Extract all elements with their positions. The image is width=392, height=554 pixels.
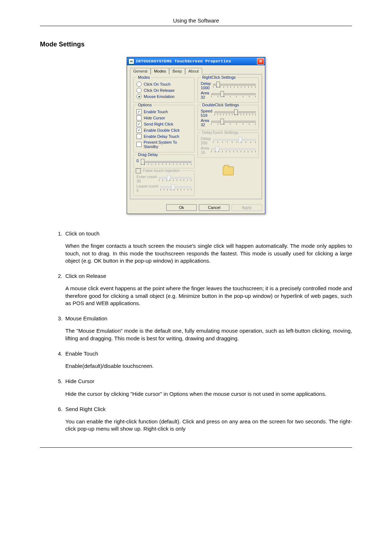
titlebar: IR IRTOUCHSYSTEMS TouchScreen Properties… bbox=[127, 57, 265, 65]
doubleclick-test-folder[interactable] bbox=[197, 167, 259, 175]
rightclick-area-slider[interactable] bbox=[211, 91, 256, 97]
rightclick-area-value: 32 bbox=[201, 95, 209, 99]
list-item: Enable Touch Enable(default)/disable tou… bbox=[65, 350, 352, 370]
tab-strip: General Modes Beep About bbox=[127, 65, 265, 74]
leave-count-value: 5 bbox=[136, 188, 158, 193]
tab-modes[interactable]: Modes bbox=[151, 68, 169, 74]
group-drag-delay-legend: Drag Delay bbox=[136, 152, 159, 157]
section-title: Mode Settings bbox=[40, 41, 352, 48]
item-body: When the finger contacts a touch screen … bbox=[65, 242, 352, 264]
checkbox-icon bbox=[136, 122, 142, 127]
apply-button: Apply bbox=[232, 204, 262, 211]
window-title: IRTOUCHSYSTEMS TouchScreen Properties bbox=[136, 59, 231, 63]
tab-page-modes: Modes Click On Touch Click On Release bbox=[130, 74, 262, 199]
checkbox-icon bbox=[136, 109, 142, 114]
close-icon[interactable]: ✕ bbox=[257, 58, 264, 65]
list-item: Mouse Emulation The "Mouse Emulation" mo… bbox=[65, 315, 352, 342]
group-false-touch: False touch rejection Enter count 30 bbox=[133, 171, 195, 196]
app-icon: IR bbox=[128, 58, 134, 64]
doubleclick-area-value: 32 bbox=[201, 123, 209, 127]
group-delaytouch-legend: DelayTouch Settings bbox=[201, 130, 240, 135]
item-body: A mouse click event happens at the point… bbox=[65, 285, 352, 307]
footer-rule bbox=[40, 447, 352, 448]
doubleclick-speed-value: 518 bbox=[201, 113, 212, 118]
list-item: Click on Release A mouse click event hap… bbox=[65, 272, 352, 307]
delaytouch-area-label: Area bbox=[201, 146, 209, 150]
doubleclick-area-slider[interactable] bbox=[211, 118, 256, 125]
dialog-screenshot: IR IRTOUCHSYSTEMS TouchScreen Properties… bbox=[40, 57, 352, 214]
radio-icon bbox=[136, 88, 142, 93]
chk-enable-touch[interactable]: Enable Touch bbox=[136, 109, 191, 114]
cancel-button[interactable]: Cancel bbox=[199, 204, 229, 211]
doubleclick-area-label: Area bbox=[201, 118, 209, 123]
group-options-legend: Options bbox=[136, 103, 153, 107]
doubleclick-speed-label: Speed bbox=[201, 109, 212, 113]
drag-delay-slider[interactable] bbox=[141, 159, 191, 165]
radio-click-on-release[interactable]: Click On Release bbox=[136, 88, 191, 93]
checkbox-icon bbox=[136, 142, 142, 147]
group-modes-legend: Modes bbox=[136, 75, 151, 79]
item-body: You can enable the right-click function … bbox=[65, 418, 352, 433]
enter-count-value: 30 bbox=[136, 179, 157, 183]
group-delaytouch: DelayTouch Settings Delay 200 bbox=[197, 132, 259, 158]
group-modes: Modes Click On Touch Click On Release bbox=[133, 77, 195, 103]
folder-icon bbox=[223, 167, 234, 175]
group-options: Options Enable Touch Hide Cursor bbox=[133, 105, 195, 152]
delaytouch-area-slider bbox=[211, 146, 256, 152]
chk-prevent-standby[interactable]: Prevent System To Standby bbox=[136, 140, 191, 149]
delaytouch-delay-slider bbox=[213, 136, 256, 143]
checkbox-icon bbox=[136, 128, 142, 133]
chk-send-right-click[interactable]: Send Right Click bbox=[136, 122, 191, 127]
list-item: Click on touch When the finger contacts … bbox=[65, 230, 352, 264]
item-title: Click on touch bbox=[65, 230, 352, 237]
item-body: Enable(default)/disable touchscreen. bbox=[65, 362, 352, 370]
chk-false-touch[interactable] bbox=[136, 168, 141, 173]
delaytouch-delay-label: Delay bbox=[201, 136, 211, 141]
rightclick-delay-label: Delay bbox=[201, 81, 211, 86]
page-header: Using the Software bbox=[40, 17, 352, 26]
rightclick-delay-slider[interactable] bbox=[213, 81, 256, 88]
delaytouch-delay-value: 200 bbox=[201, 141, 211, 145]
group-rightclick-legend: RightClick Settings bbox=[201, 75, 237, 79]
properties-dialog: IR IRTOUCHSYSTEMS TouchScreen Properties… bbox=[127, 57, 265, 214]
group-drag-delay: Drag Delay 0 bbox=[133, 155, 195, 168]
item-title: Hide Cursor bbox=[65, 378, 352, 385]
drag-delay-value: 0 bbox=[136, 159, 139, 163]
list-item: Hide Cursor Hide the cursor by clicking … bbox=[65, 378, 352, 398]
item-title: Click on Release bbox=[65, 272, 352, 280]
delaytouch-area-value: 16 bbox=[201, 150, 209, 155]
dialog-button-row: Ok Cancel Apply bbox=[127, 202, 265, 214]
doc-list: Click on touch When the finger contacts … bbox=[65, 230, 352, 433]
item-body: Hide the cursor by clicking "Hide cursor… bbox=[65, 390, 352, 398]
chk-hide-cursor[interactable]: Hide Cursor bbox=[136, 115, 191, 120]
radio-icon bbox=[136, 82, 142, 87]
rightclick-delay-value: 1000 bbox=[201, 86, 211, 90]
chk-enable-double-click[interactable]: Enable Double Click bbox=[136, 128, 191, 133]
item-title: Enable Touch bbox=[65, 350, 352, 357]
radio-click-on-touch[interactable]: Click On Touch bbox=[136, 82, 191, 87]
group-rightclick: RightClick Settings Delay 1000 bbox=[197, 77, 259, 103]
enter-count-slider bbox=[159, 175, 191, 181]
enter-count-label: Enter count bbox=[136, 175, 157, 179]
item-title: Mouse Emulation bbox=[65, 315, 352, 322]
doubleclick-speed-slider[interactable] bbox=[215, 109, 256, 115]
item-title: Send Right Click bbox=[65, 406, 352, 413]
ok-button[interactable]: Ok bbox=[166, 204, 197, 211]
radio-mouse-emulation[interactable]: Mouse Emulation bbox=[136, 94, 191, 99]
leave-count-slider bbox=[160, 184, 191, 190]
leave-count-label: Leave count bbox=[136, 184, 158, 188]
item-body: The "Mouse Emulation" mode is the defaul… bbox=[65, 327, 352, 342]
group-doubleclick: DoubleClick Settings Speed 518 bbox=[197, 105, 259, 130]
tab-beep[interactable]: Beep bbox=[169, 68, 185, 74]
rightclick-area-label: Area bbox=[201, 91, 209, 95]
group-doubleclick-legend: DoubleClick Settings bbox=[201, 103, 241, 107]
group-false-touch-legend: False touch rejection bbox=[142, 168, 181, 173]
chk-enable-delay-touch[interactable]: Enable Delay Touch bbox=[136, 134, 191, 139]
checkbox-icon bbox=[136, 134, 142, 139]
tab-about[interactable]: About bbox=[185, 68, 202, 74]
checkbox-icon bbox=[136, 115, 142, 120]
tab-general[interactable]: General bbox=[130, 68, 151, 74]
list-item: Send Right Click You can enable the righ… bbox=[65, 406, 352, 433]
radio-icon bbox=[136, 94, 142, 99]
